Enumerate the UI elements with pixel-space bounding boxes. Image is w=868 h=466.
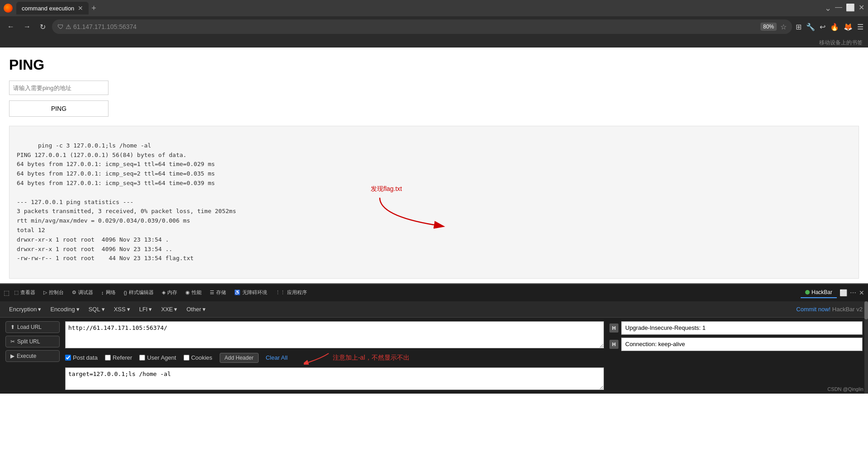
header-badge-2: H	[609, 340, 618, 349]
devtools-memory[interactable]: ◈ 内存	[158, 287, 181, 298]
lfi-menu[interactable]: LFI ▾	[136, 304, 156, 314]
menu-icon[interactable]: ☰	[857, 23, 863, 31]
load-url-button[interactable]: ⬆ Load URL	[5, 321, 60, 333]
address-text[interactable]: 61.147.171.105:56374	[73, 23, 757, 30]
xxe-menu[interactable]: XXE ▾	[157, 304, 181, 314]
post-data-field[interactable]: target=127.0.0.1;ls /home -al	[65, 367, 604, 390]
tab-title: command execution	[22, 5, 74, 12]
hackbar-tab[interactable]: HackBar	[801, 287, 837, 298]
user-agent-checkbox-label[interactable]: User Agent	[139, 354, 176, 361]
encoding-chevron: ▾	[76, 306, 80, 313]
devtools-storage[interactable]: ☰ 存储	[206, 287, 230, 298]
back-button[interactable]: ←	[5, 21, 17, 33]
referer-checkbox[interactable]	[105, 355, 111, 361]
header-input-2[interactable]	[621, 338, 863, 351]
hackbar-main-panel: http://61.147.171.105:56374/ Post data R…	[65, 321, 604, 390]
annotation-red: 注意加上-al，不然显示不出	[304, 351, 409, 365]
xss-menu[interactable]: XSS ▾	[110, 304, 134, 314]
terminal-output: ping -c 3 127.0.0.1;ls /home -al PING 12…	[9, 126, 859, 279]
devtools-actions: ⬜ ⋯ ✕	[840, 289, 864, 296]
restore-button[interactable]: ⬜	[846, 3, 855, 13]
viewer-icon: ⬚	[14, 290, 19, 295]
encoding-menu[interactable]: Encoding ▾	[47, 304, 83, 314]
sql-chevron: ▾	[102, 306, 105, 313]
scrollbar-thumb[interactable]	[864, 301, 868, 319]
hackbar-left-panel: ⬆ Load URL ✂ Split URL ▶ Execute	[5, 321, 60, 390]
style-icon: {}	[124, 290, 127, 295]
memory-icon: ◈	[162, 290, 165, 295]
other-menu[interactable]: Other ▾	[183, 304, 209, 314]
debugger-icon: ⚙	[72, 290, 76, 295]
accessibility-icon: ♿	[234, 290, 241, 295]
ping-input[interactable]	[9, 81, 108, 95]
lfi-chevron: ▾	[149, 306, 152, 313]
xss-chevron: ▾	[127, 306, 130, 313]
new-tab-button[interactable]: +	[91, 4, 96, 13]
addon1-icon[interactable]: 🔧	[806, 23, 815, 31]
cookies-checkbox-label[interactable]: Cookies	[184, 354, 212, 361]
split-icon: ✂	[10, 338, 15, 345]
firefox-logo	[4, 4, 13, 13]
xxe-chevron: ▾	[174, 306, 177, 313]
execute-button[interactable]: ▶ Execute	[5, 350, 60, 362]
mobile-bookmark-label: 移动设备上的书签	[819, 39, 863, 46]
console-icon: ▷	[43, 290, 47, 295]
header-badge-1: H	[609, 323, 618, 333]
devtools-icon[interactable]: ⬚	[4, 289, 9, 296]
addon3-icon[interactable]: 🦊	[844, 23, 853, 31]
header-row-2: H	[609, 338, 863, 351]
clear-all-link[interactable]: Clear All	[266, 354, 288, 361]
ping-button[interactable]: PING	[9, 100, 108, 117]
encryption-chevron: ▾	[38, 306, 41, 313]
devtools-accessibility[interactable]: ♿ 无障碍环境	[231, 287, 271, 298]
csdn-watermark: CSDN @Qinglin	[827, 386, 863, 392]
devtools-debugger[interactable]: ⚙ 调试器	[68, 287, 97, 298]
referer-checkbox-label[interactable]: Referer	[105, 354, 132, 361]
addon2-icon[interactable]: 🔥	[830, 23, 839, 31]
post-data-checkbox-label[interactable]: Post data	[65, 354, 98, 361]
devtools-performance[interactable]: ◉ 性能	[182, 287, 205, 298]
url-field[interactable]: http://61.147.171.105:56374/	[65, 321, 604, 348]
devtools-network[interactable]: ↕ 网络	[98, 287, 119, 298]
bookmark-star-icon[interactable]: ☆	[780, 23, 787, 31]
page-title: PING	[9, 57, 859, 73]
execute-icon: ▶	[10, 353, 14, 359]
devtools-application[interactable]: ⋮⋮ 应用程序	[272, 287, 311, 298]
devtools-console[interactable]: ▷ 控制台	[40, 287, 67, 298]
user-agent-checkbox[interactable]	[139, 355, 145, 361]
zoom-level[interactable]: 80%	[760, 23, 777, 31]
tab-close-button[interactable]: ✕	[78, 5, 83, 12]
more-devtools-button[interactable]: ⋯	[850, 289, 856, 296]
address-bar[interactable]: 🛡 ⚠ 61.147.171.105:56374 80% ☆	[52, 19, 792, 34]
extensions-icon[interactable]: ⊞	[796, 23, 802, 31]
tab-list-button[interactable]: ⌄	[825, 3, 831, 13]
back-history-icon[interactable]: ↩	[820, 23, 826, 31]
active-tab[interactable]: command execution ✕	[16, 2, 89, 14]
load-icon: ⬆	[10, 324, 15, 330]
network-icon: ↕	[101, 290, 104, 295]
hackbar-right-panel: H H	[609, 321, 863, 390]
commit-label: Commit now! HackBar v2	[796, 306, 863, 313]
add-header-button[interactable]: Add Header	[220, 353, 259, 363]
devtools-viewer[interactable]: ⬚ 查看器	[10, 287, 39, 298]
cookies-checkbox[interactable]	[184, 355, 189, 361]
minimize-button[interactable]: —	[835, 3, 842, 13]
split-url-button[interactable]: ✂ Split URL	[5, 336, 60, 347]
post-data-checkbox[interactable]	[65, 355, 71, 361]
encryption-menu[interactable]: Encryption ▾	[5, 304, 45, 314]
close-devtools-button[interactable]: ✕	[859, 289, 864, 296]
devtools-bar: ⬚ ⬚ 查看器 ▷ 控制台 ⚙ 调试器 ↕ 网络 {} 样式编辑器 ◈ 内存 ◉…	[0, 283, 868, 301]
devtools-style-editor[interactable]: {} 样式编辑器	[120, 287, 157, 298]
close-window-button[interactable]: ✕	[859, 3, 864, 13]
header-input-1[interactable]	[621, 321, 863, 335]
expand-devtools-button[interactable]: ⬜	[840, 289, 847, 296]
hackbar-menu: Encryption ▾ Encoding ▾ SQL ▾ XSS ▾ LFI …	[0, 301, 868, 318]
other-chevron: ▾	[203, 306, 206, 313]
reload-button[interactable]: ↻	[37, 21, 48, 33]
forward-button[interactable]: →	[21, 21, 33, 33]
performance-icon: ◉	[185, 290, 190, 295]
shield-icon: 🛡	[57, 23, 64, 30]
sql-menu[interactable]: SQL ▾	[85, 304, 108, 314]
security-icon: ⚠	[66, 23, 71, 30]
hackbar-dot	[805, 290, 810, 295]
